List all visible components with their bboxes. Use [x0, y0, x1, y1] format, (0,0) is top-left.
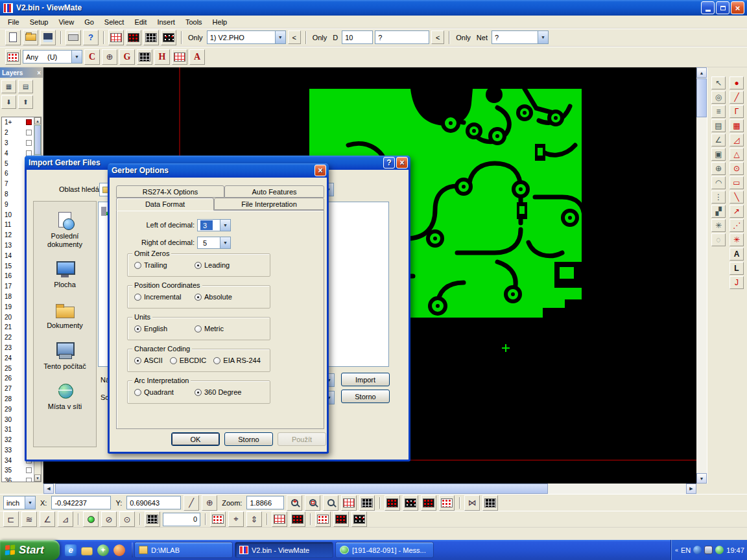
hide-icons-chevron-icon[interactable]: « — [675, 547, 678, 554]
target-tool-button[interactable]: ◎ — [711, 91, 726, 104]
task-button-d-mlab[interactable]: D:\MLAB — [134, 542, 233, 558]
menu-select[interactable]: Select — [99, 17, 130, 27]
move-vertical-button[interactable]: ⇕ — [246, 511, 262, 527]
place-posledn-dokumenty[interactable]: Poslední dokumenty — [34, 211, 96, 248]
prev-layer-button[interactable]: < — [288, 30, 301, 44]
pattern-2-button[interactable] — [290, 511, 305, 527]
star-tool-button[interactable]: ✳ — [711, 219, 726, 232]
radio-option-eia-rs-244[interactable]: EIA RS-244 — [213, 356, 260, 364]
show-desktop-icon[interactable]: ✦ — [97, 544, 109, 556]
swap-view-button[interactable]: ⋈ — [464, 495, 480, 511]
folder-icon[interactable] — [81, 547, 93, 555]
line-tool-button[interactable]: ╱ — [729, 91, 744, 104]
clear-highlight-button[interactable]: ⊘ — [101, 511, 117, 527]
dcode-view-button[interactable] — [126, 30, 141, 45]
wedge-tool-button[interactable]: ◿ — [729, 134, 744, 146]
menu-setup[interactable]: Setup — [25, 17, 54, 27]
radio-option-360-degree[interactable]: 360 Degree — [195, 388, 255, 396]
language-indicator[interactable]: EN — [681, 546, 691, 554]
ruler-d-button[interactable]: ∠ — [40, 511, 55, 527]
grid-aperture-button[interactable]: G — [119, 49, 135, 65]
hatch-tool-button[interactable]: ▞ — [711, 205, 726, 218]
scroll-thumb[interactable] — [55, 484, 548, 494]
menu-help[interactable]: Help — [208, 17, 233, 27]
list-tool-button[interactable]: ≡ — [711, 105, 726, 118]
circle-pad-tool-button[interactable]: ⊙ — [729, 162, 744, 175]
layer-down-button[interactable]: ⬇ — [1, 95, 16, 109]
grid-snap-button[interactable] — [359, 495, 375, 511]
measure-button[interactable]: ╱ — [184, 495, 199, 511]
task-button-191-482-091-mess[interactable]: [191-482-091] - Mess... — [335, 542, 434, 558]
context-help-button[interactable]: ? — [83, 30, 99, 45]
place-plocha[interactable]: Plocha — [34, 259, 96, 289]
arc-tool-button[interactable]: ◠ — [711, 176, 726, 189]
radio-option-ebcdic[interactable]: EBCDIC — [170, 356, 207, 364]
aperture-combo[interactable]: Any (U) ▼ — [23, 50, 82, 64]
task-button-v2-bin-viewmate[interactable]: V2.bin - ViewMate — [235, 542, 333, 558]
vertical-scrollbar[interactable]: ▲ ▼ — [696, 67, 707, 484]
radio-option-leading[interactable]: Leading — [195, 261, 255, 269]
dot-grid-button[interactable] — [210, 511, 226, 527]
gerber-dialog-titlebar[interactable]: Gerber Options × — [108, 163, 329, 178]
menu-file[interactable]: File — [3, 17, 25, 27]
horizontal-scrollbar[interactable]: ◀ ▶ — [43, 484, 696, 494]
open-file-button[interactable] — [23, 30, 38, 45]
grid-toggle-button[interactable] — [341, 495, 357, 511]
dots-tool-button[interactable]: ⋮ — [711, 191, 726, 204]
chevron-down-icon[interactable]: ▼ — [275, 31, 285, 43]
menu-view[interactable]: View — [53, 17, 79, 27]
tray-messenger-icon[interactable] — [715, 546, 724, 554]
pad-mode-button[interactable]: ⊙ — [119, 511, 135, 527]
ruler-x-button[interactable]: ⊏ — [3, 511, 19, 527]
view-film-3-button[interactable] — [421, 495, 436, 511]
rectangle-tool-button[interactable]: ▭ — [729, 176, 744, 189]
pattern-4-button[interactable] — [333, 511, 349, 527]
chevron-down-icon[interactable]: ▼ — [220, 220, 230, 231]
save-file-button[interactable] — [40, 30, 56, 45]
tray-network-icon[interactable] — [693, 546, 702, 554]
ruler-y-button[interactable]: ≋ — [21, 511, 37, 527]
scroll-up-icon[interactable]: ▲ — [34, 117, 41, 124]
radio-option-quadrant[interactable]: Quadrant — [134, 388, 195, 396]
snap-grid-button[interactable] — [145, 511, 160, 527]
ruler-a-button[interactable]: ⊿ — [58, 511, 73, 527]
chevron-down-icon[interactable]: ▼ — [71, 51, 82, 63]
h-aperture-button[interactable]: H — [154, 49, 170, 65]
text-a-tool-button[interactable]: A — [729, 248, 744, 261]
gerber-file-icon[interactable] — [105, 207, 106, 216]
highlight-state-button[interactable] — [83, 511, 99, 527]
corner-tool-button[interactable]: Γ — [729, 105, 744, 118]
browser-icon[interactable] — [113, 544, 125, 556]
place-m-sta-v-s-ti[interactable]: Místa v síti — [34, 381, 96, 411]
layer-color-swatch[interactable] — [26, 130, 32, 135]
negative-view-button[interactable] — [482, 495, 498, 511]
internet-explorer-icon[interactable]: e — [65, 544, 77, 556]
radio-option-incremental[interactable]: Incremental — [134, 293, 195, 301]
layer-up-button[interactable]: ⬆ — [18, 95, 33, 109]
start-button[interactable]: Start — [0, 540, 60, 560]
angle-tool-button[interactable]: ∠ — [711, 134, 726, 146]
text-aperture-button[interactable]: A — [189, 49, 205, 65]
cancel-button[interactable]: Storno — [341, 390, 390, 403]
vector-tool-button[interactable]: ↗ — [729, 205, 744, 218]
chevron-down-icon[interactable]: ▼ — [220, 237, 230, 248]
dashed-tool-button[interactable]: ⋰ — [729, 219, 744, 232]
radio-option-ascii[interactable]: ASCII — [134, 356, 163, 364]
menu-insert[interactable]: Insert — [152, 17, 180, 27]
origin-button[interactable]: ⊕ — [202, 495, 217, 511]
print-button[interactable] — [65, 30, 81, 45]
scroll-left-icon[interactable]: ◀ — [43, 484, 54, 494]
zoom-all-button[interactable] — [323, 495, 338, 511]
film-view-button[interactable] — [143, 30, 159, 45]
text-l-tool-button[interactable]: L — [729, 262, 744, 275]
pad-square-tool-button[interactable]: ▦ — [729, 119, 744, 132]
menu-edit[interactable]: Edit — [129, 17, 152, 27]
menu-go[interactable]: Go — [79, 17, 99, 27]
close-button[interactable]: × — [396, 157, 408, 169]
circle-aperture-button[interactable]: C — [84, 49, 100, 65]
dcode-input[interactable]: 10 — [342, 30, 373, 44]
view-film-4-button[interactable] — [439, 495, 455, 511]
chevron-down-icon[interactable]: ▼ — [538, 31, 548, 43]
report-view-button[interactable] — [161, 30, 176, 45]
layer-color-swatch[interactable] — [26, 478, 32, 482]
